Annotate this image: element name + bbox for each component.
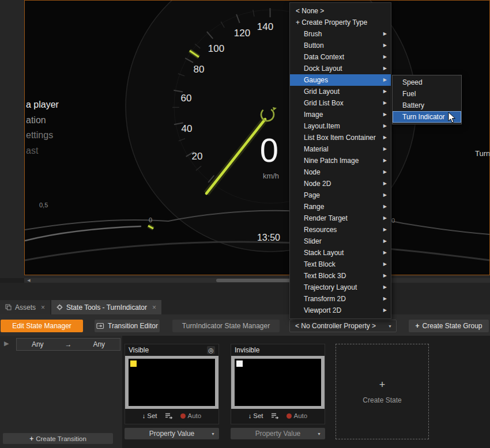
set-state-button[interactable]: ↓ Set bbox=[248, 412, 263, 419]
speed-scale-number: 80 bbox=[194, 64, 205, 75]
menu-item-dock-layout[interactable]: Dock Layout▶ bbox=[290, 63, 391, 74]
speed-unit: km/h bbox=[263, 172, 279, 180]
menu-item-text-block-3d[interactable]: Text Block 3D▶ bbox=[290, 270, 391, 282]
menu-item-brush[interactable]: Brush▶ bbox=[290, 28, 391, 40]
submenu-item-fuel[interactable]: Fuel bbox=[393, 88, 461, 100]
menu-item-label: Range bbox=[304, 203, 324, 211]
edit-state-manager-button[interactable]: Edit State Manager bbox=[1, 320, 83, 332]
auto-record-toggle[interactable]: Auto bbox=[287, 412, 308, 419]
panel-tab-bar: Assets × State Tools - TurnIndicator × bbox=[0, 300, 490, 314]
menu-item-list-box-item-container[interactable]: List Box Item Container▶ bbox=[290, 132, 391, 143]
tab-state-tools[interactable]: State Tools - TurnIndicator × bbox=[51, 300, 161, 314]
menu-item-label: Render Target bbox=[304, 214, 348, 222]
menu-item-node[interactable]: Node▶ bbox=[290, 166, 391, 178]
menu-item-data-context[interactable]: Data Context▶ bbox=[290, 51, 391, 63]
menu-item-text-block[interactable]: Text Block▶ bbox=[290, 259, 391, 270]
scroll-left-icon[interactable]: ◀ bbox=[25, 278, 32, 283]
tab-assets[interactable]: Assets × bbox=[0, 300, 50, 314]
submenu-arrow-icon: ▶ bbox=[383, 166, 387, 178]
menu-item-image[interactable]: Image▶ bbox=[290, 109, 391, 120]
menu-item-none[interactable]: < None > bbox=[290, 5, 391, 17]
menu-item-render-target[interactable]: Render Target▶ bbox=[290, 212, 391, 224]
apply-properties-icon[interactable] bbox=[165, 413, 173, 419]
menu-item-nine-patch-image[interactable]: Nine Patch Image▶ bbox=[290, 155, 391, 166]
gauges-submenu: SpeedFuelBatteryTurn Indicator bbox=[392, 75, 462, 124]
set-label: Set bbox=[147, 412, 157, 419]
horizontal-scrollbar[interactable]: ◀ bbox=[24, 278, 490, 283]
state-thumbnail[interactable] bbox=[231, 356, 325, 409]
auto-record-toggle[interactable]: Auto bbox=[180, 412, 202, 419]
menu-item-label: Gauges bbox=[304, 76, 328, 84]
menu-item-button[interactable]: Button▶ bbox=[290, 40, 391, 51]
clock-display: 13:50 bbox=[257, 233, 280, 242]
menu-item-resources[interactable]: Resources▶ bbox=[290, 224, 391, 236]
menu-item-page[interactable]: Page▶ bbox=[290, 189, 391, 201]
controller-property-dropdown[interactable]: < No Controller Property > ▼ bbox=[289, 320, 397, 332]
submenu-item-battery[interactable]: Battery bbox=[393, 100, 461, 111]
state-thumbnail[interactable] bbox=[125, 356, 218, 409]
set-arrow-icon: ↓ bbox=[248, 412, 252, 419]
transition-from-select[interactable]: Any bbox=[17, 340, 59, 348]
chevron-down-icon: ▼ bbox=[211, 432, 215, 436]
active-state-icon[interactable]: ◎ bbox=[207, 346, 215, 354]
assets-icon bbox=[5, 304, 12, 310]
cluster-menu-item: ation bbox=[26, 115, 46, 125]
menu-item-grid-list-box[interactable]: Grid List Box▶ bbox=[290, 97, 391, 109]
turn-indicator-preview-swatch bbox=[236, 360, 243, 367]
menu-item-range[interactable]: Range▶ bbox=[290, 201, 391, 212]
transition-editor-icon bbox=[96, 322, 104, 329]
menu-item-viewport-2d[interactable]: Viewport 2D▶ bbox=[290, 305, 391, 316]
speed-scale-number: 120 bbox=[234, 28, 250, 39]
menu-item-label: Dock Layout bbox=[304, 64, 342, 73]
cluster-menu-item: a player bbox=[26, 100, 59, 109]
property-value-dropdown[interactable]: Property Value ▼ bbox=[125, 428, 219, 439]
submenu-arrow-icon: ▶ bbox=[383, 97, 387, 109]
apply-properties-icon[interactable] bbox=[271, 413, 279, 419]
menu-item-label: Trajectory Layout bbox=[304, 283, 357, 291]
menu-item-create-property-type[interactable]: + Create Property Type bbox=[290, 17, 391, 28]
speed-scale-number: 140 bbox=[257, 21, 273, 32]
right-scale-zero: 0 bbox=[391, 217, 395, 224]
close-icon[interactable]: × bbox=[152, 303, 156, 312]
submenu-arrow-icon: ▶ bbox=[383, 212, 387, 224]
submenu-arrow-icon: ▶ bbox=[383, 132, 387, 143]
transition-editor-button[interactable]: Transition Editor bbox=[95, 320, 160, 332]
state-card-visible[interactable]: Visible ◎ ↓ Set Auto bbox=[125, 344, 219, 424]
property-value-label: Property Value bbox=[149, 430, 195, 438]
chevron-down-icon: ▼ bbox=[317, 432, 321, 436]
menu-item-gauges[interactable]: Gauges▶ bbox=[290, 74, 391, 86]
submenu-arrow-icon: ▶ bbox=[383, 282, 387, 293]
set-state-button[interactable]: ↓ Set bbox=[142, 412, 157, 419]
create-transition-button[interactable]: + Create Transition bbox=[3, 433, 113, 444]
submenu-arrow-icon: ▶ bbox=[383, 178, 387, 189]
create-state-button[interactable]: + Create State bbox=[336, 344, 429, 439]
create-state-label: Create State bbox=[363, 396, 401, 404]
menu-item-material[interactable]: Material▶ bbox=[290, 143, 391, 155]
record-dot-icon bbox=[287, 413, 292, 419]
tab-label: Assets bbox=[15, 303, 36, 312]
speed-scale-number: 20 bbox=[192, 151, 203, 162]
menu-item-label: Slider bbox=[304, 237, 322, 245]
menu-item-layout-item[interactable]: Layout.Item▶ bbox=[290, 120, 391, 132]
create-state-group-button[interactable]: + Create State Group bbox=[409, 320, 489, 332]
property-value-dropdown[interactable]: Property Value ▼ bbox=[231, 428, 325, 439]
preview-viewport[interactable]: 20406080100120140 0 km/h 13:50 0,5 0 bbox=[0, 0, 490, 278]
menu-item-trajectory-layout[interactable]: Trajectory Layout▶ bbox=[290, 282, 391, 293]
menu-item-grid-layout[interactable]: Grid Layout▶ bbox=[290, 86, 391, 97]
submenu-arrow-icon: ▶ bbox=[383, 236, 387, 247]
submenu-item-speed[interactable]: Speed bbox=[393, 77, 461, 88]
menu-item-node-2d[interactable]: Node 2D▶ bbox=[290, 178, 391, 189]
transition-row[interactable]: Any → Any bbox=[16, 338, 120, 351]
menu-item-label: Node bbox=[304, 168, 321, 176]
menu-item-stack-layout[interactable]: Stack Layout▶ bbox=[290, 247, 391, 259]
state-card-invisible[interactable]: Invisible ↓ Set Auto bbox=[231, 344, 325, 424]
close-icon[interactable]: × bbox=[41, 303, 45, 312]
menu-item-transform-2d[interactable]: Transform 2D▶ bbox=[290, 293, 391, 305]
transition-to-select[interactable]: Any bbox=[78, 340, 120, 348]
submenu-item-turn-indicator[interactable]: Turn Indicator bbox=[393, 111, 461, 123]
play-transition-icon[interactable]: ▶ bbox=[4, 340, 9, 347]
menu-item-label: List Box Item Container bbox=[304, 134, 376, 142]
speed-scale-number: 60 bbox=[181, 93, 192, 104]
menu-item-slider[interactable]: Slider▶ bbox=[290, 236, 391, 247]
menu-item-label: Node 2D bbox=[304, 180, 331, 188]
